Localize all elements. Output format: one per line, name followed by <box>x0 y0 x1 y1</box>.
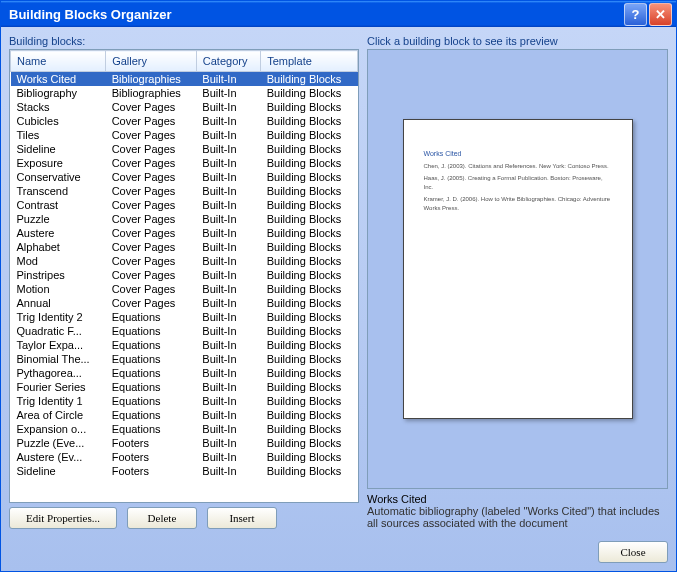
help-button[interactable]: ? <box>624 3 647 26</box>
cell-name: Conservative <box>11 170 106 184</box>
col-gallery[interactable]: Gallery <box>106 51 197 72</box>
table-row[interactable]: ModCover PagesBuilt-InBuilding Blocks <box>11 254 358 268</box>
cell-gallery: Cover Pages <box>106 254 197 268</box>
cell-category: Built-In <box>196 338 260 352</box>
cell-gallery: Cover Pages <box>106 184 197 198</box>
col-template[interactable]: Template <box>261 51 358 72</box>
table-row[interactable]: Pythagorea...EquationsBuilt-InBuilding B… <box>11 366 358 380</box>
cell-name: Cubicles <box>11 114 106 128</box>
footer: Close <box>9 535 668 563</box>
cell-category: Built-In <box>196 240 260 254</box>
description-title: Works Cited <box>367 493 668 505</box>
building-blocks-list[interactable]: Name Gallery Category Template Works Cit… <box>9 49 359 503</box>
left-buttons: Edit Properties... Delete Insert <box>9 503 359 529</box>
table-row[interactable]: Area of CircleEquationsBuilt-InBuilding … <box>11 408 358 422</box>
cell-category: Built-In <box>196 100 260 114</box>
cell-template: Building Blocks <box>261 114 358 128</box>
cell-name: Fourier Series <box>11 380 106 394</box>
cell-template: Building Blocks <box>261 338 358 352</box>
cell-name: Annual <box>11 296 106 310</box>
table-row[interactable]: Expansion o...EquationsBuilt-InBuilding … <box>11 422 358 436</box>
table-row[interactable]: TilesCover PagesBuilt-InBuilding Blocks <box>11 128 358 142</box>
table-row[interactable]: Austere (Ev...FootersBuilt-InBuilding Bl… <box>11 450 358 464</box>
table-row[interactable]: CubiclesCover PagesBuilt-InBuilding Bloc… <box>11 114 358 128</box>
table-row[interactable]: Binomial The...EquationsBuilt-InBuilding… <box>11 352 358 366</box>
cell-name: Stacks <box>11 100 106 114</box>
delete-button[interactable]: Delete <box>127 507 197 529</box>
cell-name: Puzzle (Eve... <box>11 436 106 450</box>
cell-gallery: Cover Pages <box>106 100 197 114</box>
cell-template: Building Blocks <box>261 436 358 450</box>
cell-template: Building Blocks <box>261 128 358 142</box>
cell-template: Building Blocks <box>261 324 358 338</box>
table-row[interactable]: TranscendCover PagesBuilt-InBuilding Blo… <box>11 184 358 198</box>
cell-name: Austere <box>11 226 106 240</box>
titlebar-close-button[interactable]: ✕ <box>649 3 672 26</box>
cell-name: Taylor Expa... <box>11 338 106 352</box>
cell-name: Exposure <box>11 156 106 170</box>
cell-name: Tiles <box>11 128 106 142</box>
cell-category: Built-In <box>196 114 260 128</box>
cell-gallery: Equations <box>106 310 197 324</box>
cell-category: Built-In <box>196 408 260 422</box>
cell-category: Built-In <box>196 198 260 212</box>
building-blocks-table: Name Gallery Category Template Works Cit… <box>10 50 358 478</box>
preview-area[interactable]: Works Cited Chen, J. (2003). Citations a… <box>367 49 668 489</box>
insert-button[interactable]: Insert <box>207 507 277 529</box>
table-row[interactable]: StacksCover PagesBuilt-InBuilding Blocks <box>11 100 358 114</box>
dialog-building-blocks-organizer: Building Blocks Organizer ? ✕ Building b… <box>0 0 677 572</box>
cell-name: Pinstripes <box>11 268 106 282</box>
cell-gallery: Cover Pages <box>106 282 197 296</box>
cell-template: Building Blocks <box>261 380 358 394</box>
table-row[interactable]: BibliographyBibliographiesBuilt-InBuildi… <box>11 86 358 100</box>
titlebar[interactable]: Building Blocks Organizer ? ✕ <box>1 1 676 27</box>
table-row[interactable]: Quadratic F...EquationsBuilt-InBuilding … <box>11 324 358 338</box>
table-row[interactable]: ConservativeCover PagesBuilt-InBuilding … <box>11 170 358 184</box>
table-row[interactable]: AlphabetCover PagesBuilt-InBuilding Bloc… <box>11 240 358 254</box>
table-row[interactable]: Works CitedBibliographiesBuilt-InBuildin… <box>11 72 358 87</box>
table-row[interactable]: MotionCover PagesBuilt-InBuilding Blocks <box>11 282 358 296</box>
table-row[interactable]: PinstripesCover PagesBuilt-InBuilding Bl… <box>11 268 358 282</box>
table-row[interactable]: ExposureCover PagesBuilt-InBuilding Bloc… <box>11 156 358 170</box>
edit-properties-button[interactable]: Edit Properties... <box>9 507 117 529</box>
building-blocks-scroll[interactable]: Name Gallery Category Template Works Cit… <box>10 50 358 502</box>
preview-line: Haas, J. (2005). Creating a Formal Publi… <box>424 174 612 191</box>
cell-gallery: Bibliographies <box>106 72 197 87</box>
table-row[interactable]: AustereCover PagesBuilt-InBuilding Block… <box>11 226 358 240</box>
table-row[interactable]: Puzzle (Eve...FootersBuilt-InBuilding Bl… <box>11 436 358 450</box>
cell-gallery: Cover Pages <box>106 226 197 240</box>
cell-category: Built-In <box>196 282 260 296</box>
cell-name: Works Cited <box>11 72 106 87</box>
cell-gallery: Cover Pages <box>106 296 197 310</box>
cell-template: Building Blocks <box>261 366 358 380</box>
cell-category: Built-In <box>196 268 260 282</box>
table-row[interactable]: Fourier SeriesEquationsBuilt-InBuilding … <box>11 380 358 394</box>
cell-gallery: Equations <box>106 408 197 422</box>
cell-gallery: Cover Pages <box>106 170 197 184</box>
cell-category: Built-In <box>196 212 260 226</box>
col-name[interactable]: Name <box>11 51 106 72</box>
right-pane: Click a building block to see its previe… <box>367 35 668 529</box>
cell-template: Building Blocks <box>261 394 358 408</box>
cell-template: Building Blocks <box>261 142 358 156</box>
cell-template: Building Blocks <box>261 408 358 422</box>
table-row[interactable]: ContrastCover PagesBuilt-InBuilding Bloc… <box>11 198 358 212</box>
table-row[interactable]: SidelineCover PagesBuilt-InBuilding Bloc… <box>11 142 358 156</box>
window-title: Building Blocks Organizer <box>5 7 622 22</box>
preview-label: Click a building block to see its previe… <box>367 35 668 47</box>
cell-template: Building Blocks <box>261 352 358 366</box>
cell-template: Building Blocks <box>261 86 358 100</box>
cell-gallery: Footers <box>106 436 197 450</box>
cell-gallery: Cover Pages <box>106 268 197 282</box>
table-row[interactable]: AnnualCover PagesBuilt-InBuilding Blocks <box>11 296 358 310</box>
cell-category: Built-In <box>196 366 260 380</box>
table-row[interactable]: Taylor Expa...EquationsBuilt-InBuilding … <box>11 338 358 352</box>
col-category[interactable]: Category <box>196 51 260 72</box>
table-row[interactable]: Trig Identity 1EquationsBuilt-InBuilding… <box>11 394 358 408</box>
close-button[interactable]: Close <box>598 541 668 563</box>
table-row[interactable]: Trig Identity 2EquationsBuilt-InBuilding… <box>11 310 358 324</box>
preview-line: Chen, J. (2003). Citations and Reference… <box>424 162 612 170</box>
table-row[interactable]: SidelineFootersBuilt-InBuilding Blocks <box>11 464 358 478</box>
left-pane: Building blocks: Name Gallery Category T… <box>9 35 359 529</box>
table-row[interactable]: PuzzleCover PagesBuilt-InBuilding Blocks <box>11 212 358 226</box>
